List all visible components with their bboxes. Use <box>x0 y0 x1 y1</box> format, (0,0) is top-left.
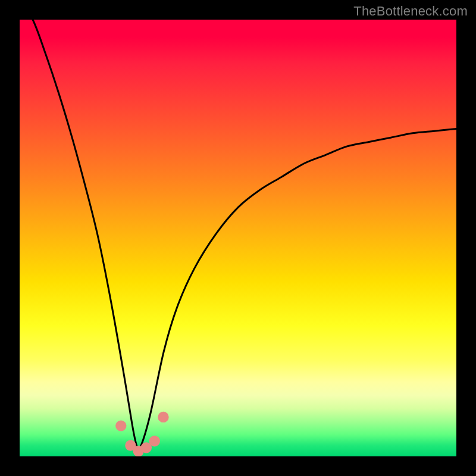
bottleneck-curve <box>20 20 456 449</box>
trough-marker <box>158 412 168 422</box>
trough-marker <box>149 436 160 446</box>
curve-svg <box>20 20 456 456</box>
chart-frame: TheBottleneck.com <box>0 0 476 476</box>
trough-markers <box>115 412 169 456</box>
trough-marker <box>115 420 126 431</box>
plot-area <box>20 20 456 456</box>
attribution-text: TheBottleneck.com <box>353 4 468 19</box>
